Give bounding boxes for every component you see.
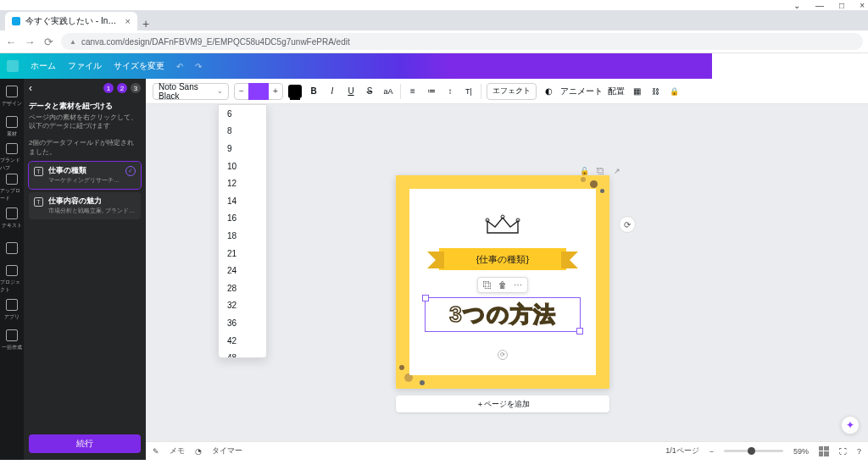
rail-brandhub[interactable]: ブランドハブ [0,143,24,172]
zoom-value[interactable]: 59% [793,447,809,456]
add-page-button[interactable]: ＋ページを追加 [396,395,609,412]
nav-back-icon[interactable]: ← [5,36,17,48]
continue-button[interactable]: 続行 [29,434,141,453]
font-size-option[interactable]: 32 [219,297,266,315]
menu-file[interactable]: ファイル [68,60,102,72]
rail-text[interactable]: テキスト [0,204,24,233]
font-size-option[interactable]: 10 [219,158,266,175]
rail-blank[interactable] [0,235,24,263]
font-size-option[interactable]: 6 [219,105,266,123]
font-size-stepper: − + [234,83,283,100]
panel-back-icon[interactable]: ‹ [29,82,32,94]
case-button[interactable]: aA [381,85,395,98]
undo-icon[interactable]: ↶ [176,62,183,71]
headline-selection[interactable]: 3つの方法 [425,297,581,332]
font-size-input[interactable] [248,83,269,100]
strike-button[interactable]: S [363,85,376,98]
menu-home[interactable]: ホーム [31,60,56,72]
zoom-thumb[interactable] [748,447,755,455]
font-size-option[interactable]: 21 [219,245,266,263]
effects-button[interactable]: エフェクト [487,83,537,100]
font-size-option[interactable]: 12 [219,174,266,192]
zoom-slider[interactable] [724,450,783,452]
zoom-out-icon[interactable]: − [709,447,714,456]
font-size-option[interactable]: 24 [219,262,266,279]
tab-close-icon[interactable]: × [125,16,131,26]
rail-projects[interactable]: プロジェクト [0,265,24,294]
step-2[interactable]: 2 [117,83,127,93]
font-size-option[interactable]: 8 [219,123,266,141]
align-button[interactable]: ≡ [406,85,420,98]
notes-icon[interactable]: ✎ [153,447,159,456]
magic-fab[interactable]: ✦ [841,416,860,434]
canvas-area[interactable]: 6891012141618212428323642485664728088 🔓 … [146,104,868,441]
step-1[interactable]: 1 [103,83,114,93]
vertical-text-button[interactable]: T| [462,85,476,98]
rail-upload[interactable]: アップロード [0,174,24,202]
duplicate-icon[interactable]: ⿻ [483,280,492,290]
font-size-option[interactable]: 18 [219,227,266,245]
ribbon-text[interactable]: {仕事の種類} [439,248,566,270]
page-indicator[interactable]: 1/1ページ [665,445,699,456]
italic-button[interactable]: I [326,85,339,98]
data-field-2[interactable]: T 仕事内容の魅力 市場分析と戦略立案, ブランド価値の向上, オンライン広… [29,192,141,219]
nav-forward-icon[interactable]: → [24,36,36,48]
browser-tab[interactable]: 今すぐ実践したい - Instagramの投… × [5,12,137,30]
link-button[interactable]: ⛓ [648,85,662,98]
regenerate-button[interactable]: ⟳ [619,216,636,233]
font-size-option[interactable]: 9 [219,140,266,158]
nav-reload-icon[interactable]: ⟳ [42,36,54,48]
rail-apps[interactable]: アプリ [0,296,24,324]
redo-icon[interactable]: ↷ [195,62,202,71]
fullscreen-icon[interactable]: ⛶ [839,447,847,456]
position-button[interactable]: 配置 [608,86,625,97]
left-rail: デザイン 素材 ブランドハブ アップロード テキスト プロジェクト アプリ 一括… [0,79,24,460]
headline-text[interactable]: 3つの方法 [429,300,576,329]
timer-icon[interactable]: ◔ [195,447,202,456]
menu-resize[interactable]: サイズを変更 [114,60,164,72]
font-size-option[interactable]: 16 [219,210,266,228]
font-size-decrease[interactable]: − [235,86,248,96]
bold-button[interactable]: B [307,85,320,98]
window-minimize[interactable]: — [815,1,824,10]
delete-icon[interactable]: 🗑 [498,280,507,290]
rail-design[interactable]: デザイン [0,82,24,111]
list-button[interactable]: ≔ [425,85,438,98]
tab-favicon [12,17,20,25]
help-icon[interactable]: ? [857,447,861,456]
window-close[interactable]: × [860,1,865,10]
dropdown-caret[interactable]: ⌄ [793,1,800,10]
rail-elements[interactable]: 素材 [0,113,24,141]
animate-button[interactable]: アニメート [560,86,603,97]
dropdown-scroll[interactable]: 6891012141618212428323642485664728088 [219,105,266,358]
step-3[interactable]: 3 [131,83,141,93]
data-field-1[interactable]: T 仕事の種類 マーケティングリサーチ担当, ブランドマネージャー, デ… ✓ [29,162,141,189]
page-more-icon[interactable]: ↗ [611,165,622,176]
font-size-option[interactable]: 36 [219,314,266,332]
field-desc: マーケティングリサーチ担当, ブランドマネージャー, デ… [48,176,120,185]
font-size-option[interactable]: 48 [219,349,266,358]
design-page[interactable]: {仕事の種類} ⿻ 🗑 ⋯ 3つの方法 ⟳ [396,175,609,389]
window-maximize[interactable]: □ [839,1,844,10]
connect-data-icon[interactable]: ⟳ [498,350,508,360]
timer-button[interactable]: タイマー [212,445,242,456]
spacing-button[interactable]: ↕ [443,85,457,98]
address-bar[interactable]: ▲ canva.com/design/DAFnFBVM9_E/EMPQC58u4… [61,33,863,50]
rail-bulk[interactable]: 一括作成 [0,326,24,355]
home-icon[interactable] [7,60,19,72]
grid-view-icon[interactable] [819,446,829,456]
more-icon[interactable]: ⋯ [514,280,522,290]
font-size-increase[interactable]: + [269,86,282,96]
lock-button[interactable]: 🔒 [667,85,681,98]
transparency-button[interactable]: ▦ [630,85,643,98]
underline-button[interactable]: U [344,85,358,98]
font-family-select[interactable]: Noto Sans Black ⌄ [153,83,229,100]
new-tab-button[interactable]: + [137,17,154,30]
text-color-button[interactable] [288,85,302,98]
font-size-option[interactable]: 28 [219,279,266,297]
side-panel: ‹ 1 2 3 データと素材を紐づける ページ内の素材を右クリックして、以下のデ… [24,79,146,460]
font-size-option[interactable]: 14 [219,192,266,210]
notes-button[interactable]: メモ [170,445,185,456]
font-size-option[interactable]: 42 [219,332,266,350]
crown-icon[interactable] [484,213,521,238]
